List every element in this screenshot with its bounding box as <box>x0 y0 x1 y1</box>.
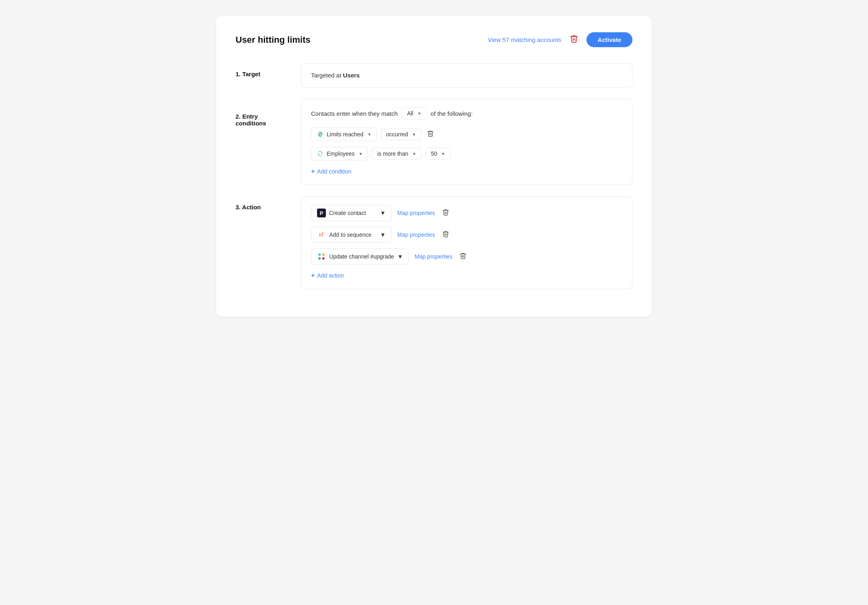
add-action-button[interactable]: + Add action <box>311 270 344 281</box>
entry-conditions-label: 2. Entry conditions <box>236 99 288 127</box>
map-properties-link-1[interactable]: Map properties <box>397 210 435 216</box>
condition-2-value[interactable]: 50 ▼ <box>426 148 450 160</box>
action-card: P Create contact ▼ Map properties <box>301 196 632 289</box>
action-row-2: Add to sequence ▼ Map properties <box>311 227 622 243</box>
delete-condition-1-button[interactable] <box>425 128 436 140</box>
chevron-down-icon: ▼ <box>380 210 386 216</box>
chevron-down-icon: ▼ <box>367 132 371 137</box>
plus-icon: + <box>311 168 315 175</box>
target-section: 1. Target Targeted at Users <box>236 63 632 88</box>
slack-icon <box>317 252 326 261</box>
condition-row-2: Employees ▼ is more than ▼ 50 ▼ <box>311 147 622 161</box>
action-section: 3. Action P Create contact ▼ Map propert… <box>236 196 632 289</box>
condition-2-field[interactable]: Employees ▼ <box>311 147 368 161</box>
svg-point-3 <box>322 232 323 234</box>
page-header: User hitting limits View 57 matching acc… <box>236 32 632 47</box>
chevron-down-icon: ▼ <box>412 152 416 156</box>
condition-1-field[interactable]: Limits reached ▼ <box>311 127 377 141</box>
action-1-select[interactable]: P Create contact ▼ <box>311 205 392 221</box>
action-label: 3. Action <box>236 196 288 211</box>
chevron-down-icon: ▼ <box>359 152 363 156</box>
svg-rect-8 <box>322 254 325 256</box>
svg-rect-9 <box>322 257 325 260</box>
intercom-logo-icon <box>317 131 324 138</box>
chevron-down-icon: ▼ <box>412 132 416 137</box>
intercom-logo-icon-2 <box>317 150 324 157</box>
page-container: User hitting limits View 57 matching acc… <box>216 16 652 317</box>
product-icon: P <box>317 209 326 217</box>
chevron-down-icon: ▼ <box>397 253 403 260</box>
delete-action-3-button[interactable] <box>458 250 468 263</box>
view-matching-link[interactable]: View 57 matching accounts <box>488 36 561 43</box>
activate-button[interactable]: Activate <box>586 32 632 47</box>
entry-conditions-card: Contacts enter when they match All ▼ of … <box>301 99 632 185</box>
plus-icon: + <box>311 272 315 279</box>
hubspot-icon <box>317 230 326 239</box>
trash-icon <box>442 209 449 216</box>
intercom-icon-1 <box>316 130 324 138</box>
action-row-1: P Create contact ▼ Map properties <box>311 205 622 221</box>
hubspot-logo-icon <box>317 230 326 239</box>
chevron-down-icon: ▼ <box>441 152 445 156</box>
map-properties-link-2[interactable]: Map properties <box>397 232 435 238</box>
condition-1-operator[interactable]: occurred ▼ <box>381 128 421 140</box>
match-type-select[interactable]: All ▼ <box>402 107 426 119</box>
target-label: 1. Target <box>236 63 288 77</box>
action-2-select[interactable]: Add to sequence ▼ <box>311 227 392 243</box>
action-3-select[interactable]: Update channel #upgrade ▼ <box>311 248 409 265</box>
add-condition-button[interactable]: + Add condition <box>311 166 351 177</box>
svg-rect-4 <box>319 234 320 237</box>
delete-action-1-button[interactable] <box>440 207 451 219</box>
trash-icon <box>427 130 434 137</box>
delete-action-2-button[interactable] <box>440 229 451 241</box>
trash-icon <box>570 34 578 43</box>
map-properties-link-3[interactable]: Map properties <box>415 253 452 260</box>
condition-row-1: Limits reached ▼ occurred ▼ <box>311 127 622 141</box>
match-row: Contacts enter when they match All ▼ of … <box>311 107 622 119</box>
action-row-3: Update channel #upgrade ▼ Map properties <box>311 248 622 265</box>
delete-button[interactable] <box>568 33 580 47</box>
svg-point-5 <box>319 233 321 234</box>
chevron-down-icon: ▼ <box>380 232 386 238</box>
target-card: Targeted at Users <box>301 63 632 88</box>
condition-2-operator[interactable]: is more than ▼ <box>372 148 421 160</box>
trash-icon <box>459 252 467 259</box>
page-title: User hitting limits <box>236 35 311 45</box>
slack-logo-icon <box>317 252 326 261</box>
header-actions: View 57 matching accounts Activate <box>488 32 632 47</box>
chevron-down-icon: ▼ <box>417 111 421 116</box>
trash-icon <box>442 230 449 238</box>
svg-rect-6 <box>319 254 321 256</box>
intercom-icon-2 <box>316 150 324 158</box>
entry-conditions-section: 2. Entry conditions Contacts enter when … <box>236 99 632 185</box>
target-text: Targeted at Users <box>311 72 360 79</box>
svg-rect-7 <box>319 257 321 260</box>
